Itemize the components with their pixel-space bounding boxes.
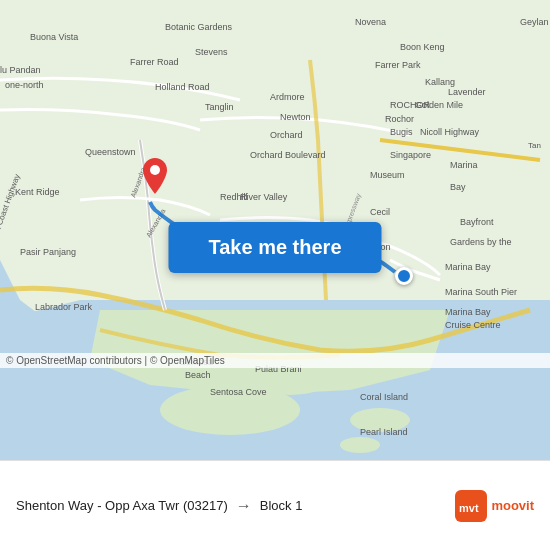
svg-text:Marina: Marina bbox=[450, 160, 478, 170]
svg-text:Coral Island: Coral Island bbox=[360, 392, 408, 402]
svg-text:Farrer Park: Farrer Park bbox=[375, 60, 421, 70]
svg-text:Marina South Pier: Marina South Pier bbox=[445, 287, 517, 297]
svg-text:Gardens by the: Gardens by the bbox=[450, 237, 512, 247]
svg-point-7 bbox=[340, 437, 380, 453]
svg-text:Queenstown: Queenstown bbox=[85, 147, 136, 157]
route-arrow-icon: → bbox=[236, 497, 252, 515]
svg-text:Labrador Park: Labrador Park bbox=[35, 302, 93, 312]
svg-text:one-north: one-north bbox=[5, 80, 44, 90]
take-me-there-button[interactable]: Take me there bbox=[168, 222, 381, 273]
moovit-brand-name: moovit bbox=[491, 498, 534, 513]
svg-text:Cruise Centre: Cruise Centre bbox=[445, 320, 501, 330]
svg-text:Pasir Panjang: Pasir Panjang bbox=[20, 247, 76, 257]
svg-text:Boon Keng: Boon Keng bbox=[400, 42, 445, 52]
svg-text:lu Pandan: lu Pandan bbox=[0, 65, 41, 75]
svg-text:Cecil: Cecil bbox=[370, 207, 390, 217]
svg-text:Kallang: Kallang bbox=[425, 77, 455, 87]
svg-text:Stevens: Stevens bbox=[195, 47, 228, 57]
svg-text:Museum: Museum bbox=[370, 170, 405, 180]
svg-point-62 bbox=[150, 165, 160, 175]
svg-text:Geylan: Geylan bbox=[520, 17, 549, 27]
svg-text:Tanglin: Tanglin bbox=[205, 102, 234, 112]
svg-text:Redhill: Redhill bbox=[220, 192, 248, 202]
origin-dot bbox=[395, 267, 413, 285]
svg-text:Bay: Bay bbox=[450, 182, 466, 192]
svg-text:Bayfront: Bayfront bbox=[460, 217, 494, 227]
moovit-icon: mvt bbox=[455, 490, 487, 522]
svg-text:Bugis: Bugis bbox=[390, 127, 413, 137]
bottom-bar: Shenton Way - Opp Axa Twr (03217) → Bloc… bbox=[0, 460, 550, 550]
from-stop: Shenton Way - Opp Axa Twr (03217) bbox=[16, 498, 228, 513]
svg-text:Holland Road: Holland Road bbox=[155, 82, 210, 92]
svg-text:Newton: Newton bbox=[280, 112, 311, 122]
map-attribution: © OpenStreetMap contributors | © OpenMap… bbox=[0, 353, 550, 368]
svg-text:Rochor: Rochor bbox=[385, 114, 414, 124]
svg-text:Singapore: Singapore bbox=[390, 150, 431, 160]
svg-text:Golden Mile: Golden Mile bbox=[415, 100, 463, 110]
svg-text:Ardmore: Ardmore bbox=[270, 92, 305, 102]
svg-text:Lavender: Lavender bbox=[448, 87, 486, 97]
route-info: Shenton Way - Opp Axa Twr (03217) → Bloc… bbox=[16, 497, 455, 515]
svg-text:mvt: mvt bbox=[459, 502, 479, 514]
svg-text:Buona Vista: Buona Vista bbox=[30, 32, 78, 42]
svg-text:Sentosa Cove: Sentosa Cove bbox=[210, 387, 267, 397]
svg-text:Beach: Beach bbox=[185, 370, 211, 380]
svg-text:Tan: Tan bbox=[528, 141, 541, 150]
to-stop: Block 1 bbox=[260, 498, 303, 513]
svg-text:Orchard Boulevard: Orchard Boulevard bbox=[250, 150, 326, 160]
svg-text:Orchard: Orchard bbox=[270, 130, 303, 140]
svg-text:Nicoll Highway: Nicoll Highway bbox=[420, 127, 480, 137]
svg-text:Farrer Road: Farrer Road bbox=[130, 57, 179, 67]
svg-text:Botanic Gardens: Botanic Gardens bbox=[165, 22, 233, 32]
svg-text:Pearl Island: Pearl Island bbox=[360, 427, 408, 437]
moovit-logo: mvt moovit bbox=[455, 490, 534, 522]
svg-text:Marina Bay: Marina Bay bbox=[445, 307, 491, 317]
svg-text:Marina Bay: Marina Bay bbox=[445, 262, 491, 272]
destination-pin bbox=[143, 158, 167, 198]
svg-text:Kent Ridge: Kent Ridge bbox=[15, 187, 60, 197]
svg-text:Novena: Novena bbox=[355, 17, 386, 27]
map-container: Buona Vista Queenstown Kent Ridge Pasir … bbox=[0, 0, 550, 460]
